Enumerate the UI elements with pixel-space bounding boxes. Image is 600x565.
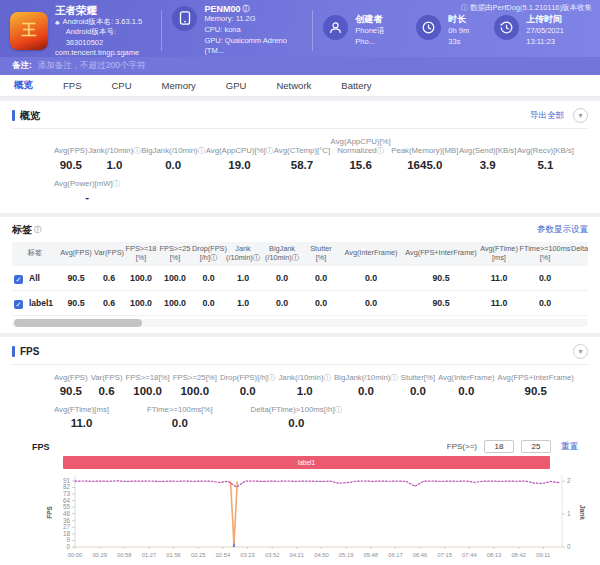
- stat-value: 0.0: [220, 385, 276, 397]
- stat-label: Avg(Send)[KB/s]: [459, 146, 517, 155]
- stat-value: 58.7: [274, 159, 330, 171]
- column-header: Avg(InterFrame): [339, 242, 403, 266]
- metric-cell: 0.0: [519, 290, 571, 315]
- stat-value: 0.0: [147, 417, 213, 429]
- metric-cell: 11.0: [479, 266, 519, 291]
- tab-Battery[interactable]: Battery: [341, 80, 371, 91]
- upload-time-block: 上传时间 27/05/2021 13:11:23: [494, 13, 590, 48]
- stat-label: Stutter[%]: [401, 373, 435, 382]
- labels-table-header-row: 标签Avg(FPS)Var(FPS)FPS>=18 [%]FPS>=25 [%]…: [12, 242, 588, 266]
- stat-item: Avg(FPS)90.5: [54, 146, 88, 170]
- svg-text:36: 36: [63, 517, 71, 524]
- row-label-cell: ✓label1: [12, 290, 58, 315]
- info-icon[interactable]: ⓘ: [34, 225, 42, 235]
- metric-cell: 1.0: [225, 266, 261, 291]
- info-icon[interactable]: ⓘ: [268, 373, 276, 382]
- fps-threshold-input-1[interactable]: 18: [484, 440, 514, 453]
- overview-title: 概览: [20, 109, 40, 123]
- tab-Memory[interactable]: Memory: [162, 80, 196, 91]
- device-memory: Memory: 11.2G: [204, 14, 302, 25]
- android-version-code: Android版本号: 363010502: [66, 27, 152, 47]
- game-name: 王者荣耀: [55, 3, 151, 17]
- metric-cell: 90.5: [403, 266, 479, 291]
- stat-label: Avg(FTime)[ms]: [54, 405, 109, 414]
- param-display-settings-link[interactable]: 参数显示设置: [537, 224, 588, 236]
- stat-value: 1.0: [278, 385, 331, 397]
- stat-label: BigJank(/10min)ⓘ: [141, 146, 205, 155]
- info-icon[interactable]: ⓘ: [390, 373, 398, 382]
- tab-Network[interactable]: Network: [276, 80, 311, 91]
- stat-label: Avg(FPS+InterFrame): [498, 373, 574, 382]
- svg-text:73: 73: [63, 490, 71, 497]
- fps-chart[interactable]: 09182736465564738291FPS012Jank00:0000:29…: [12, 469, 588, 565]
- section-accent: [12, 346, 15, 357]
- stat-value: 0.0: [251, 417, 342, 429]
- stat-item: Avg(InterFrame)0.0: [438, 373, 495, 397]
- stat-value: 90.5: [54, 385, 88, 397]
- stat-item: Avg(Power)[mW]ⓘ-: [54, 179, 120, 203]
- remarks-bar[interactable]: 备注: 添加备注，不超过200个字符: [0, 57, 600, 75]
- stat-label: Avg(FPS): [54, 146, 88, 155]
- device-block: PENM00ⓘ Memory: 11.2G CPU: kona GPU: Qua…: [172, 4, 302, 58]
- svg-text:06:17: 06:17: [388, 552, 403, 558]
- svg-text:46: 46: [63, 510, 71, 517]
- svg-text:Jank: Jank: [579, 505, 586, 520]
- info-icon[interactable]: ⓘ: [266, 146, 274, 155]
- stat-item: BigJank(/10min)ⓘ0.0: [334, 373, 398, 397]
- collapse-overview-button[interactable]: ▾: [573, 108, 588, 123]
- info-icon[interactable]: ⓘ: [198, 146, 206, 155]
- svg-text:07:15: 07:15: [437, 552, 452, 558]
- svg-text:05:19: 05:19: [339, 552, 354, 558]
- labels-table: 标签Avg(FPS)Var(FPS)FPS>=18 [%]FPS>=25 [%]…: [12, 242, 588, 316]
- stat-label: Drop(FPS)[/h]ⓘ: [220, 373, 276, 382]
- info-icon[interactable]: ⓘ: [335, 405, 343, 414]
- export-all-link[interactable]: 导出全部: [530, 110, 564, 122]
- stat-value: 0.0: [334, 385, 398, 397]
- row-checkbox[interactable]: ✓: [14, 275, 23, 284]
- stat-value: 1.0: [88, 159, 141, 171]
- info-icon: ⓘ: [461, 3, 468, 13]
- stat-item: FPS>=25[%]100.0: [173, 373, 217, 397]
- label-band[interactable]: label1: [63, 456, 550, 469]
- info-icon[interactable]: ⓘ: [324, 373, 332, 382]
- info-icon[interactable]: ⓘ: [133, 146, 141, 155]
- collapse-fps-button[interactable]: ▾: [573, 344, 588, 359]
- tab-CPU[interactable]: CPU: [111, 80, 131, 91]
- game-app-icon: 王: [10, 12, 48, 50]
- metric-cell: 0.6: [94, 290, 124, 315]
- tab-概览[interactable]: 概览: [14, 79, 33, 92]
- table-horizontal-scrollbar[interactable]: [12, 319, 588, 327]
- row-label: label1: [29, 298, 53, 308]
- metric-cell: 100.0: [158, 266, 192, 291]
- scrollbar-thumb[interactable]: [14, 319, 142, 327]
- section-accent: [12, 110, 15, 121]
- info-icon[interactable]: ⓘ: [113, 179, 121, 188]
- metric-cell: 0.0: [192, 290, 225, 315]
- fps-threshold-label: FPS(>=): [447, 442, 477, 451]
- stat-value: 0.0: [438, 385, 495, 397]
- info-icon[interactable]: ⓘ: [377, 146, 385, 155]
- row-checkbox[interactable]: ✓: [14, 300, 23, 309]
- stat-item: Avg(Send)[KB/s]3.9: [459, 146, 517, 170]
- collect-info: ⓘ 数据由PerfDog(5.1.210116)版本收集: [461, 3, 592, 13]
- column-header: 标签: [12, 242, 58, 266]
- duration-label: 时长: [448, 13, 480, 26]
- report-header: ⓘ 数据由PerfDog(5.1.210116)版本收集 王 王者荣耀 ♣And…: [0, 0, 600, 57]
- metric-cell: 11.0: [479, 290, 519, 315]
- stat-item: Jank(/10min)ⓘ1.0: [278, 373, 331, 397]
- svg-text:07:44: 07:44: [462, 552, 477, 558]
- metric-cell: 0.0: [339, 266, 403, 291]
- svg-text:0: 0: [66, 543, 70, 550]
- tab-FPS[interactable]: FPS: [63, 80, 81, 91]
- stat-item: FPS>=18[%]100.0: [126, 373, 170, 397]
- stat-label: Var(FPS): [91, 373, 123, 382]
- fps-stats-row1: Avg(FPS)90.5Var(FPS)0.6FPS>=18[%]100.0FP…: [12, 365, 588, 399]
- stat-item: Drop(FPS)[/h]ⓘ0.0: [220, 373, 276, 397]
- stat-item: FTime>=100ms[%]0.0: [147, 405, 213, 429]
- tab-GPU[interactable]: GPU: [226, 80, 247, 91]
- info-icon[interactable]: ⓘ: [242, 4, 249, 14]
- fps-threshold-input-2[interactable]: 25: [521, 440, 551, 453]
- svg-text:00:00: 00:00: [68, 552, 83, 558]
- reset-button[interactable]: 重置: [561, 441, 578, 453]
- stat-item: Avg(AppCPU)[%] Normalizedⓘ15.6: [331, 137, 391, 171]
